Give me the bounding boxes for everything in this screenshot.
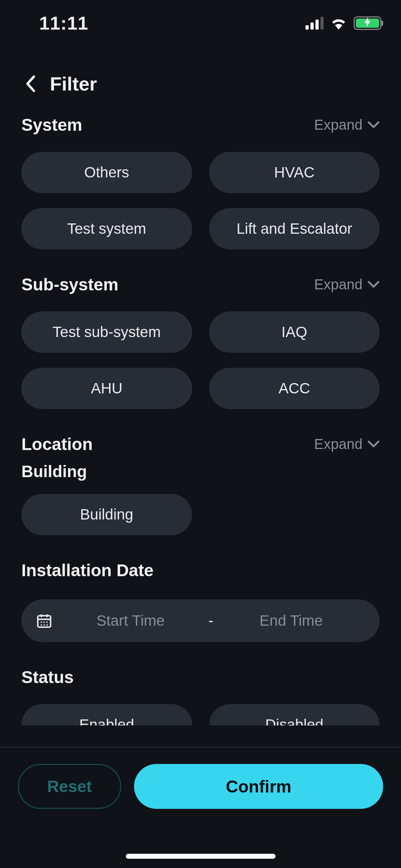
chip-subsystem-acc[interactable]: ACC [209,368,380,409]
footer-actions: Reset Confirm [0,747,401,868]
chip-system-test-system[interactable]: Test system [21,208,192,249]
svg-point-6 [46,621,48,623]
section-head-location: Location Expand [21,430,380,458]
chip-system-lift-escalator[interactable]: Lift and Escalator [209,208,380,249]
section-location: Location Expand Building Building [21,430,380,535]
section-title-system: System [21,115,82,135]
chevron-left-icon [25,75,35,92]
chip-subsystem-test[interactable]: Test sub-system [21,311,192,353]
status-icons [305,16,381,30]
svg-point-4 [41,621,42,623]
svg-point-9 [46,624,48,626]
chevron-down-icon [367,440,380,448]
chip-status-enabled[interactable]: Enabled [21,704,192,725]
battery-charging-icon [354,16,381,30]
back-button[interactable] [21,73,39,94]
end-time-input[interactable]: End Time [217,612,366,629]
section-installation-date: Installation Date Start Time - End Time [21,556,380,642]
start-time-input[interactable]: Start Time [56,612,205,629]
expand-location[interactable]: Expand [314,436,380,452]
expand-label: Expand [314,277,363,293]
chip-system-hvac[interactable]: HVAC [209,152,380,193]
chip-subsystem-ahu[interactable]: AHU [21,368,192,409]
section-head-installation-date: Installation Date [21,556,380,584]
home-indicator [126,854,276,859]
calendar-icon [36,612,53,629]
section-system: System Expand Others HVAC Test system Li… [21,110,380,249]
section-title-installation-date: Installation Date [21,560,154,580]
location-subtitle-building: Building [21,462,380,481]
reset-button[interactable]: Reset [18,764,121,809]
section-title-subsystem: Sub-system [21,275,118,294]
section-head-status: Status [21,663,380,691]
section-subsystem: Sub-system Expand Test sub-system IAQ AH… [21,270,380,409]
status-time: 11:11 [39,12,88,34]
status-bar: 11:11 [0,0,401,46]
expand-label: Expand [314,117,363,133]
section-head-subsystem: Sub-system Expand [21,270,380,299]
cellular-icon [305,17,324,30]
section-head-system: System Expand [21,110,380,139]
page-header: Filter [0,66,401,102]
page-title: Filter [50,73,97,95]
wifi-icon [330,17,347,30]
chip-building[interactable]: Building [21,494,192,535]
chip-system-others[interactable]: Others [21,152,192,193]
section-status: Status Enabled Disabled [21,663,380,725]
chip-status-disabled[interactable]: Disabled [209,704,380,725]
expand-label: Expand [314,436,363,452]
section-title-location: Location [21,434,93,454]
filter-content: System Expand Others HVAC Test system Li… [0,107,401,747]
confirm-button[interactable]: Confirm [134,764,383,809]
svg-point-7 [41,624,42,626]
svg-point-8 [43,624,45,626]
expand-system[interactable]: Expand [314,117,380,133]
section-title-status: Status [21,667,74,687]
chevron-down-icon [367,280,380,289]
chip-subsystem-iaq[interactable]: IAQ [209,311,380,353]
expand-subsystem[interactable]: Expand [314,277,380,293]
date-range-field[interactable]: Start Time - End Time [21,599,380,642]
chevron-down-icon [367,120,380,129]
svg-point-5 [43,621,45,623]
date-separator: - [205,612,217,629]
